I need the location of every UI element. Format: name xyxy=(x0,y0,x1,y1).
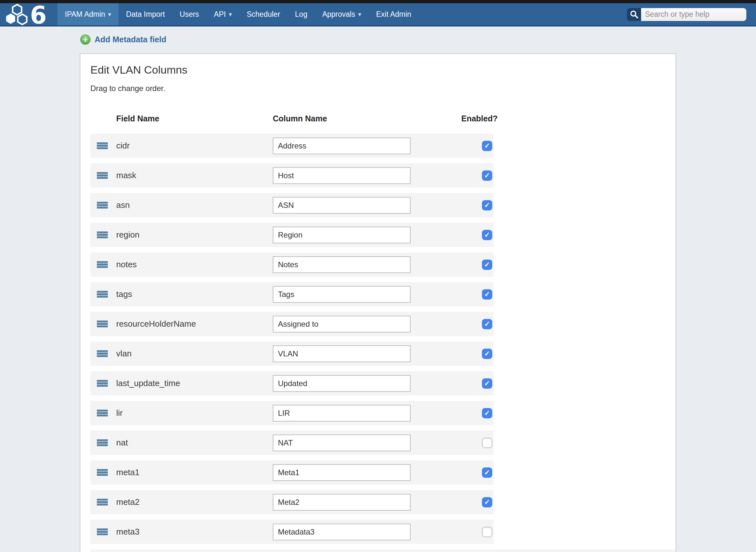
nav-item-ipam-admin[interactable]: IPAM Admin▾ xyxy=(57,3,119,25)
enabled-cell: ✓ xyxy=(461,141,493,151)
table-row: notes ✓ xyxy=(91,252,493,277)
field-name-label: asn xyxy=(116,200,273,210)
enabled-checkbox[interactable]: ✓ xyxy=(482,200,492,211)
check-icon: ✓ xyxy=(484,410,490,417)
nav-item-users[interactable]: Users xyxy=(172,3,206,25)
enabled-cell: ✓ xyxy=(461,230,493,240)
drag-handle-icon[interactable] xyxy=(97,350,108,357)
table-row: mask ✓ xyxy=(91,163,493,187)
field-name-label: region xyxy=(116,230,273,240)
enabled-checkbox[interactable]: ✓ xyxy=(482,141,492,151)
enabled-cell: ✓ xyxy=(461,349,493,359)
drag-handle-icon[interactable] xyxy=(97,172,108,179)
enabled-checkbox[interactable]: ✓ xyxy=(482,230,492,240)
drag-handle-icon[interactable] xyxy=(97,410,108,416)
field-name-label: mask xyxy=(116,170,273,180)
nav-item-data-import[interactable]: Data Import xyxy=(119,3,172,25)
enabled-checkbox[interactable]: ✓ xyxy=(482,467,492,478)
column-name-cell xyxy=(273,405,411,422)
column-name-input[interactable] xyxy=(273,286,411,303)
enabled-checkbox[interactable]: ✓ xyxy=(482,378,492,389)
add-plus-icon: + xyxy=(80,34,91,45)
drag-handle-icon[interactable] xyxy=(97,439,108,446)
enabled-checkbox[interactable] xyxy=(482,527,492,537)
drag-handle-icon[interactable] xyxy=(97,232,108,238)
column-name-input[interactable] xyxy=(273,464,411,481)
check-icon: ✓ xyxy=(484,232,490,239)
nav-item-log[interactable]: Log xyxy=(288,3,315,25)
drag-handle-cell xyxy=(91,439,116,446)
table-row: cidr ✓ xyxy=(91,134,493,158)
table-row: meta2 ✓ xyxy=(91,490,493,514)
drag-handle-icon[interactable] xyxy=(97,291,108,298)
nav-item-scheduler[interactable]: Scheduler xyxy=(239,3,288,25)
enabled-cell: ✓ xyxy=(461,260,493,270)
enabled-checkbox[interactable]: ✓ xyxy=(482,170,492,181)
search-input[interactable] xyxy=(641,8,746,21)
column-name-cell xyxy=(273,346,411,362)
field-name-label: lir xyxy=(116,408,273,418)
drag-handle-icon[interactable] xyxy=(97,320,108,327)
field-name-label: tags xyxy=(116,289,273,299)
column-name-input[interactable] xyxy=(273,167,411,184)
enabled-checkbox[interactable]: ✓ xyxy=(482,497,492,508)
column-name-cell xyxy=(273,524,411,540)
content-area: + Add Metadata field Edit VLAN Columns D… xyxy=(0,26,756,552)
search-icon xyxy=(630,10,638,19)
enabled-cell: ✓ xyxy=(461,378,493,389)
drag-handle-cell xyxy=(91,320,116,327)
column-name-input[interactable] xyxy=(273,524,411,540)
nav-item-label: Exit Admin xyxy=(376,10,411,19)
search-button[interactable] xyxy=(627,8,641,21)
enabled-checkbox[interactable]: ✓ xyxy=(482,289,492,300)
column-name-input[interactable] xyxy=(273,316,411,332)
drag-handle-cell xyxy=(91,291,116,298)
drag-handle-icon[interactable] xyxy=(97,528,108,535)
column-name-input[interactable] xyxy=(273,405,411,422)
column-name-cell xyxy=(273,256,411,273)
enabled-checkbox[interactable]: ✓ xyxy=(482,349,492,359)
column-name-cell xyxy=(273,316,411,332)
column-name-input[interactable] xyxy=(273,346,411,362)
drag-handle-icon[interactable] xyxy=(97,142,108,149)
nav-items: IPAM Admin▾Data ImportUsersAPI▾Scheduler… xyxy=(57,3,419,25)
enabled-checkbox[interactable]: ✓ xyxy=(482,260,492,270)
check-icon: ✓ xyxy=(484,261,490,268)
nav-item-approvals[interactable]: Approvals▾ xyxy=(315,3,368,25)
column-name-cell xyxy=(273,286,411,303)
search-group xyxy=(627,3,746,25)
column-name-input[interactable] xyxy=(273,138,411,154)
column-name-input[interactable] xyxy=(273,197,411,214)
panel-title: Edit VLAN Columns xyxy=(91,63,675,76)
drag-handle-icon[interactable] xyxy=(97,469,108,476)
column-name-input[interactable] xyxy=(273,375,411,392)
column-name-input[interactable] xyxy=(273,227,411,243)
enabled-cell: ✓ xyxy=(461,319,493,329)
nav-item-exit-admin[interactable]: Exit Admin xyxy=(368,3,419,25)
nav-spacer xyxy=(419,3,627,25)
column-name-input[interactable] xyxy=(273,256,411,273)
drag-handle-icon[interactable] xyxy=(97,499,108,506)
nav-item-api[interactable]: API▾ xyxy=(206,3,240,25)
app-logo[interactable]: 6 xyxy=(0,3,57,25)
column-name-cell xyxy=(273,464,411,481)
field-name-label: cidr xyxy=(116,141,273,151)
field-name-label: notes xyxy=(116,260,273,270)
nav-item-label: Approvals xyxy=(322,10,355,19)
drag-handle-cell xyxy=(91,232,116,238)
table-row: asn ✓ xyxy=(91,193,493,217)
edit-vlan-columns-panel: Edit VLAN Columns Drag to change order. … xyxy=(80,53,676,552)
table-row: vlan ✓ xyxy=(91,341,493,366)
table-row: lir ✓ xyxy=(91,401,493,425)
enabled-checkbox[interactable]: ✓ xyxy=(482,408,492,418)
enabled-checkbox[interactable]: ✓ xyxy=(482,319,492,329)
drag-handle-icon[interactable] xyxy=(97,261,108,268)
hexagon-logo-icon: 6 xyxy=(3,3,54,26)
drag-handle-icon[interactable] xyxy=(97,202,108,209)
add-metadata-field-link[interactable]: + Add Metadata field xyxy=(80,34,166,45)
enabled-checkbox[interactable] xyxy=(482,438,492,448)
table-row: nat xyxy=(91,431,493,455)
column-name-input[interactable] xyxy=(273,494,411,511)
drag-handle-icon[interactable] xyxy=(97,380,108,387)
column-name-input[interactable] xyxy=(273,434,411,451)
